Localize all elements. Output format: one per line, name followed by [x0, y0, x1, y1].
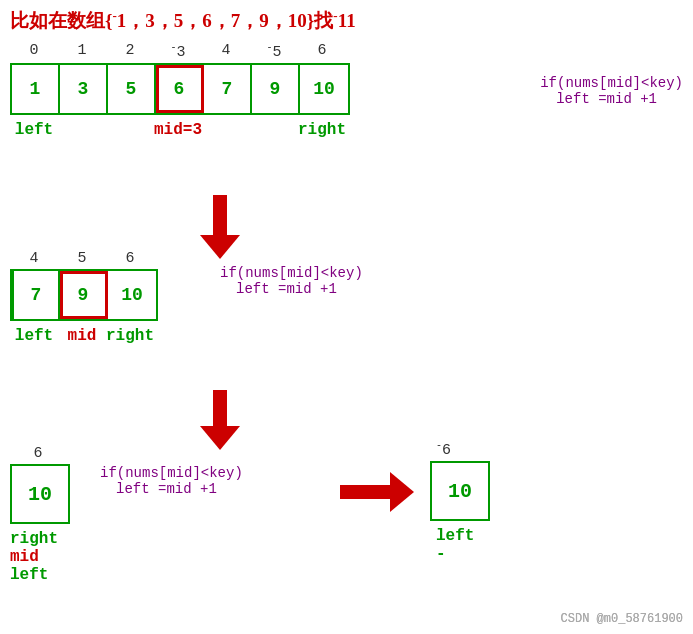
label-right1: right [298, 121, 346, 139]
arrow-right-1 [340, 472, 414, 512]
label-dash: - [436, 545, 490, 563]
code-line3-1: if(nums[mid]<key) [100, 465, 243, 481]
cell-4: 7 [204, 65, 252, 113]
watermark-text: CSDN @m0_58761900 [561, 612, 683, 626]
label-mid3: mid [10, 548, 70, 566]
title: 比如在数组{-1，3，5，6，7，9，10}找-11 [10, 8, 356, 34]
label-right2: right [106, 327, 154, 345]
cell-1: 3 [60, 65, 108, 113]
arrow-down-2 [200, 390, 240, 450]
cell3-0: 10 [12, 466, 68, 522]
code-line1-2: left =mid +1 [556, 91, 683, 107]
section1: 0 1 2 -3 4 -5 6 1 3 5 6 7 9 10 left mid=… [10, 42, 350, 139]
array4: 10 [430, 461, 490, 521]
cell2-0: 7 [12, 271, 60, 319]
cell4-0: 10 [432, 463, 488, 519]
label-left1: left [10, 121, 58, 139]
arrow-down-1 [200, 195, 240, 259]
section2: 4 5 6 7 9 10 left mid right [10, 250, 158, 345]
array3: 10 [10, 464, 70, 524]
array1: 1 3 5 6 7 9 10 [10, 63, 350, 115]
code-block-1: if(nums[mid]<key) left =mid +1 [540, 75, 683, 107]
label-left2: left [10, 327, 58, 345]
main-container: 比如在数组{-1，3，5，6，7，9，10}找-11 0 1 2 -3 4 -5… [0, 0, 693, 634]
cell2-1-highlight: 9 [60, 271, 108, 319]
cell-6: 10 [300, 65, 348, 113]
array2: 7 9 10 [10, 269, 158, 321]
code-line2-1: if(nums[mid]<key) [220, 265, 363, 281]
label-right3: right [10, 530, 70, 548]
label-left4: left [436, 527, 490, 545]
section3-right: -6 10 left - [430, 440, 490, 563]
code-line1-1: if(nums[mid]<key) [540, 75, 683, 91]
cell-5: 9 [252, 65, 300, 113]
cell-0: 1 [12, 65, 60, 113]
label-left3: left [10, 566, 70, 584]
code-block-2: if(nums[mid]<key) left =mid +1 [220, 265, 363, 297]
section3: 6 10 right mid left [10, 445, 70, 584]
cell2-2: 10 [108, 271, 156, 319]
code-block-3: if(nums[mid]<key) left =mid +1 [100, 465, 243, 497]
label-mid2: mid [58, 327, 106, 345]
label-mid1: mid=3 [154, 121, 202, 139]
cell-2: 5 [108, 65, 156, 113]
code-line3-2: left =mid +1 [116, 481, 243, 497]
cell-3-highlight: 6 [156, 65, 204, 113]
code-line2-2: left =mid +1 [236, 281, 363, 297]
